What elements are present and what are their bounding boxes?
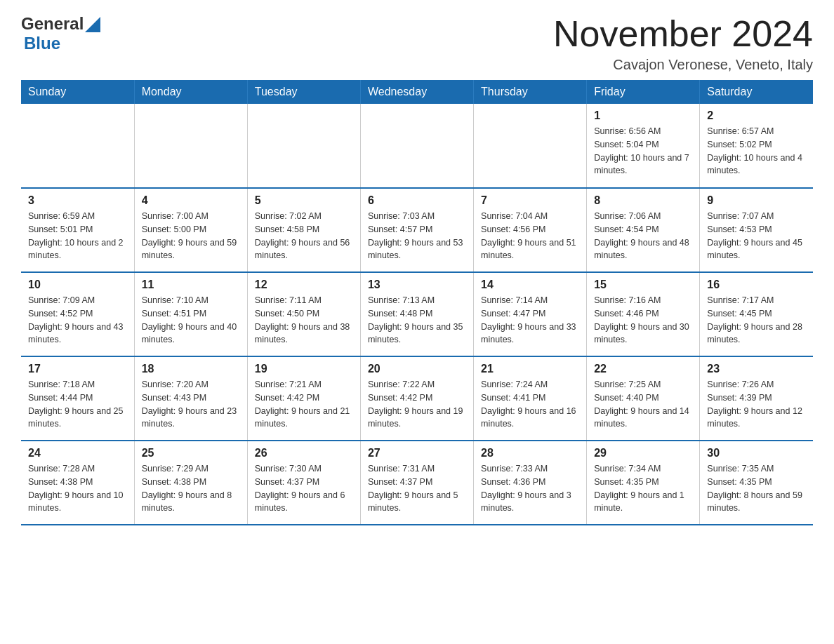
calendar-week-3: 10Sunrise: 7:09 AM Sunset: 4:52 PM Dayli… bbox=[21, 272, 813, 356]
month-title: November 2024 bbox=[553, 14, 813, 54]
day-number: 22 bbox=[594, 363, 692, 375]
day-number: 27 bbox=[368, 447, 466, 459]
calendar-cell: 9Sunrise: 7:07 AM Sunset: 4:53 PM Daylig… bbox=[700, 188, 813, 272]
day-number: 25 bbox=[142, 447, 240, 459]
calendar-cell: 7Sunrise: 7:04 AM Sunset: 4:56 PM Daylig… bbox=[474, 188, 587, 272]
calendar-cell: 14Sunrise: 7:14 AM Sunset: 4:47 PM Dayli… bbox=[474, 272, 587, 356]
day-number: 14 bbox=[481, 279, 579, 291]
calendar-cell: 2Sunrise: 6:57 AM Sunset: 5:02 PM Daylig… bbox=[700, 104, 813, 188]
day-info: Sunrise: 7:18 AM Sunset: 4:44 PM Dayligh… bbox=[28, 378, 127, 431]
calendar-table: SundayMondayTuesdayWednesdayThursdayFrid… bbox=[21, 80, 813, 525]
day-info: Sunrise: 7:30 AM Sunset: 4:37 PM Dayligh… bbox=[255, 462, 353, 515]
day-info: Sunrise: 6:59 AM Sunset: 5:01 PM Dayligh… bbox=[28, 210, 127, 262]
calendar-cell: 29Sunrise: 7:34 AM Sunset: 4:35 PM Dayli… bbox=[587, 441, 700, 525]
calendar-cell: 28Sunrise: 7:33 AM Sunset: 4:36 PM Dayli… bbox=[474, 441, 587, 525]
calendar-cell: 21Sunrise: 7:24 AM Sunset: 4:41 PM Dayli… bbox=[474, 356, 587, 441]
calendar-cell: 5Sunrise: 7:02 AM Sunset: 4:58 PM Daylig… bbox=[247, 188, 360, 272]
calendar-week-2: 3Sunrise: 6:59 AM Sunset: 5:01 PM Daylig… bbox=[21, 188, 813, 272]
calendar-cell: 19Sunrise: 7:21 AM Sunset: 4:42 PM Dayli… bbox=[247, 356, 360, 441]
day-info: Sunrise: 7:26 AM Sunset: 4:39 PM Dayligh… bbox=[707, 378, 806, 431]
day-number: 23 bbox=[707, 363, 806, 375]
calendar-cell: 25Sunrise: 7:29 AM Sunset: 4:38 PM Dayli… bbox=[134, 441, 247, 525]
calendar-cell: 27Sunrise: 7:31 AM Sunset: 4:37 PM Dayli… bbox=[360, 441, 473, 525]
logo-general: General bbox=[21, 14, 84, 34]
day-info: Sunrise: 6:56 AM Sunset: 5:04 PM Dayligh… bbox=[594, 125, 692, 177]
day-number: 2 bbox=[707, 109, 806, 122]
day-info: Sunrise: 7:33 AM Sunset: 4:36 PM Dayligh… bbox=[481, 462, 579, 515]
calendar-week-4: 17Sunrise: 7:18 AM Sunset: 4:44 PM Dayli… bbox=[21, 356, 813, 441]
logo-blue-text: Blue bbox=[24, 34, 60, 53]
day-info: Sunrise: 7:10 AM Sunset: 4:51 PM Dayligh… bbox=[142, 294, 240, 347]
day-number: 21 bbox=[481, 363, 579, 375]
day-info: Sunrise: 7:22 AM Sunset: 4:42 PM Dayligh… bbox=[368, 378, 466, 431]
calendar-week-5: 24Sunrise: 7:28 AM Sunset: 4:38 PM Dayli… bbox=[21, 441, 813, 525]
day-info: Sunrise: 7:35 AM Sunset: 4:35 PM Dayligh… bbox=[707, 462, 806, 515]
calendar-cell: 26Sunrise: 7:30 AM Sunset: 4:37 PM Dayli… bbox=[247, 441, 360, 525]
day-info: Sunrise: 7:06 AM Sunset: 4:54 PM Dayligh… bbox=[594, 210, 692, 262]
calendar-cell: 24Sunrise: 7:28 AM Sunset: 4:38 PM Dayli… bbox=[21, 441, 134, 525]
page-header: General Blue November 2024 Cavajon Veron… bbox=[21, 14, 813, 73]
day-info: Sunrise: 7:21 AM Sunset: 4:42 PM Dayligh… bbox=[255, 378, 353, 431]
calendar-cell: 22Sunrise: 7:25 AM Sunset: 4:40 PM Dayli… bbox=[587, 356, 700, 441]
calendar-cell: 16Sunrise: 7:17 AM Sunset: 4:45 PM Dayli… bbox=[700, 272, 813, 356]
calendar-cell bbox=[360, 104, 473, 188]
day-info: Sunrise: 7:11 AM Sunset: 4:50 PM Dayligh… bbox=[255, 294, 353, 347]
day-number: 19 bbox=[255, 363, 353, 375]
calendar-cell: 4Sunrise: 7:00 AM Sunset: 5:00 PM Daylig… bbox=[134, 188, 247, 272]
weekday-header-saturday: Saturday bbox=[700, 80, 813, 104]
calendar-cell: 3Sunrise: 6:59 AM Sunset: 5:01 PM Daylig… bbox=[21, 188, 134, 272]
day-info: Sunrise: 7:29 AM Sunset: 4:38 PM Dayligh… bbox=[142, 462, 240, 515]
day-info: Sunrise: 6:57 AM Sunset: 5:02 PM Dayligh… bbox=[707, 125, 806, 177]
day-number: 5 bbox=[255, 194, 353, 207]
calendar-cell: 1Sunrise: 6:56 AM Sunset: 5:04 PM Daylig… bbox=[587, 104, 700, 188]
day-number: 16 bbox=[707, 279, 806, 291]
calendar-cell: 13Sunrise: 7:13 AM Sunset: 4:48 PM Dayli… bbox=[360, 272, 473, 356]
day-info: Sunrise: 7:02 AM Sunset: 4:58 PM Dayligh… bbox=[255, 210, 353, 262]
day-number: 26 bbox=[255, 447, 353, 459]
day-number: 20 bbox=[368, 363, 466, 375]
calendar-cell: 10Sunrise: 7:09 AM Sunset: 4:52 PM Dayli… bbox=[21, 272, 134, 356]
weekday-header-sunday: Sunday bbox=[21, 80, 134, 104]
day-info: Sunrise: 7:24 AM Sunset: 4:41 PM Dayligh… bbox=[481, 378, 579, 431]
calendar-cell bbox=[474, 104, 587, 188]
day-number: 4 bbox=[142, 194, 240, 207]
location-text: Cavajon Veronese, Veneto, Italy bbox=[553, 57, 813, 73]
calendar-cell: 6Sunrise: 7:03 AM Sunset: 4:57 PM Daylig… bbox=[360, 188, 473, 272]
weekday-header-tuesday: Tuesday bbox=[247, 80, 360, 104]
day-info: Sunrise: 7:20 AM Sunset: 4:43 PM Dayligh… bbox=[142, 378, 240, 431]
weekday-header-row: SundayMondayTuesdayWednesdayThursdayFrid… bbox=[21, 80, 813, 104]
day-number: 8 bbox=[594, 194, 692, 207]
day-number: 7 bbox=[481, 194, 579, 207]
calendar-cell: 20Sunrise: 7:22 AM Sunset: 4:42 PM Dayli… bbox=[360, 356, 473, 441]
day-info: Sunrise: 7:34 AM Sunset: 4:35 PM Dayligh… bbox=[594, 462, 692, 515]
title-block: November 2024 Cavajon Veronese, Veneto, … bbox=[553, 14, 813, 73]
day-info: Sunrise: 7:25 AM Sunset: 4:40 PM Dayligh… bbox=[594, 378, 692, 431]
calendar-cell bbox=[21, 104, 134, 188]
day-number: 3 bbox=[28, 194, 127, 207]
day-info: Sunrise: 7:03 AM Sunset: 4:57 PM Dayligh… bbox=[368, 210, 466, 262]
svg-marker-0 bbox=[85, 17, 100, 32]
day-number: 12 bbox=[255, 279, 353, 291]
day-number: 9 bbox=[707, 194, 806, 207]
day-number: 24 bbox=[28, 447, 127, 459]
day-info: Sunrise: 7:04 AM Sunset: 4:56 PM Dayligh… bbox=[481, 210, 579, 262]
day-number: 13 bbox=[368, 279, 466, 291]
calendar-cell: 8Sunrise: 7:06 AM Sunset: 4:54 PM Daylig… bbox=[587, 188, 700, 272]
day-info: Sunrise: 7:17 AM Sunset: 4:45 PM Dayligh… bbox=[707, 294, 806, 347]
day-number: 6 bbox=[368, 194, 466, 207]
day-info: Sunrise: 7:09 AM Sunset: 4:52 PM Dayligh… bbox=[28, 294, 127, 347]
logo: General Blue bbox=[21, 14, 100, 53]
day-number: 1 bbox=[594, 109, 692, 122]
day-number: 18 bbox=[142, 363, 240, 375]
day-number: 29 bbox=[594, 447, 692, 459]
calendar-cell: 12Sunrise: 7:11 AM Sunset: 4:50 PM Dayli… bbox=[247, 272, 360, 356]
day-number: 11 bbox=[142, 279, 240, 291]
weekday-header-monday: Monday bbox=[134, 80, 247, 104]
day-info: Sunrise: 7:31 AM Sunset: 4:37 PM Dayligh… bbox=[368, 462, 466, 515]
day-info: Sunrise: 7:07 AM Sunset: 4:53 PM Dayligh… bbox=[707, 210, 806, 262]
weekday-header-wednesday: Wednesday bbox=[360, 80, 473, 104]
day-number: 10 bbox=[28, 279, 127, 291]
calendar-cell: 15Sunrise: 7:16 AM Sunset: 4:46 PM Dayli… bbox=[587, 272, 700, 356]
logo-triangle-icon bbox=[85, 17, 100, 32]
weekday-header-thursday: Thursday bbox=[474, 80, 587, 104]
